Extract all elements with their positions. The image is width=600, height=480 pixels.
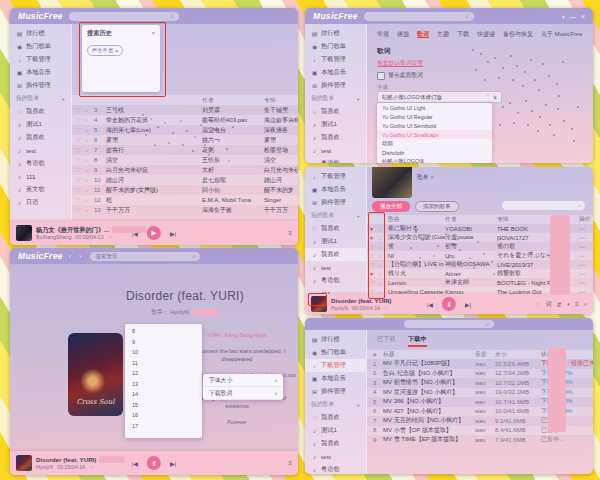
font-size-option[interactable]: 12 [125,368,202,379]
play-button[interactable]: ▶ [147,226,161,240]
sidebar-playlist-item[interactable]: ♪ test [305,261,366,274]
font-option[interactable]: Dishcloth [377,148,492,157]
add-playlist-icon[interactable]: + [357,213,360,219]
previous-button[interactable]: |◀ [132,460,138,467]
font-size-option[interactable]: 9 [125,337,202,348]
search-input[interactable]: ⌕ [404,320,494,328]
download-icon[interactable]: ↓ [379,244,388,250]
sidebar-playlist-item[interactable]: ♪ 111 [10,170,71,183]
download-icon[interactable]: ↓ [85,107,94,113]
play-all-button[interactable]: 播放全部 [372,201,410,212]
font-option[interactable]: Yu Gothic UI Smallcaps [377,130,492,139]
font-size-option[interactable]: 14 [125,389,202,400]
download-row[interactable]: 9 MV 雪 TIME【EP 版本提取】 wav 7.9/41.6MB 已暂停… [367,435,593,445]
next-button[interactable]: ▶| [170,460,176,467]
download-tab[interactable]: 已下载 [377,335,396,347]
history-tag[interactable]: 声生不息 × [87,45,123,56]
player-action-icon[interactable]: ⌕ [584,301,587,308]
song-actions[interactable]: ⋯ [579,234,593,241]
song-row[interactable]: ♡ ↓ 4 带走她的万花筒 脆莓组织403.pax 海边叙事诗精选 [72,115,298,125]
song-row[interactable]: ♡ ↓ 10 踏山河 是七叔呢 踏山河 [72,175,298,185]
settings-tab[interactable]: 播放 [397,30,409,39]
player-action-icon[interactable]: ◖ [566,301,570,307]
playlist-cover[interactable] [372,167,412,198]
reset-lyric-link[interactable]: 恢复默认歌词设置 [377,59,423,68]
sidebar-playlist-item[interactable]: ♪ test [305,450,366,463]
like-icon[interactable] [370,280,379,286]
minimize-icon[interactable]: — [570,13,577,20]
like-icon[interactable]: ♡ [76,167,85,173]
download-icon[interactable]: ↓ [85,197,94,203]
settings-tab[interactable]: 歌词 [417,30,429,39]
song-row[interactable]: ♡ ↓ 12 框 E.M.A, Mobil Tuna Singer [72,195,298,205]
song-row[interactable]: ♡ ↓ 5 海的第七章(Live) 温室电台 深夜播客 [72,125,298,135]
close-icon[interactable]: × [151,29,155,38]
player-action-icon[interactable]: ♡ [535,301,540,308]
like-icon[interactable]: ♡ [76,177,85,183]
sidebar-menu-item[interactable]: ▣ 本地音乐 [305,66,366,79]
font-option[interactable]: Yu Gothic UI Semibold [377,121,492,130]
sidebar-playlist-item[interactable]: ♪ test [10,144,71,157]
sidebar-playlist-item[interactable]: ♪ 我喜欢 [305,248,366,261]
like-icon[interactable]: ♡ [76,127,85,133]
search-input[interactable]: ⌕ [69,12,179,21]
album-thumbnail[interactable] [311,296,327,312]
sidebar-menu-item[interactable]: ↓ 下载管理 [305,53,366,66]
sidebar-menu-item[interactable]: ⊞ 插件管理 [10,79,71,92]
pause-button[interactable]: ‖ [147,456,161,470]
sidebar-menu-item[interactable]: ▤ 排行榜 [10,27,71,40]
song-actions[interactable]: ⋯ [579,225,593,232]
player-action-icon[interactable]: ≡ [575,301,579,307]
font-option[interactable]: Yu Gothic UI Light [377,103,492,112]
sidebar-menu-item[interactable]: ▤ 排行榜 [305,27,366,40]
pause-button[interactable]: ‖ [442,297,456,311]
context-menu-item[interactable]: 字体大小 › [203,374,283,387]
sidebar-playlist-item[interactable]: ♪ 日语 [10,196,71,209]
sidebar-menu-item[interactable]: ↓ 下载管理 [10,53,71,66]
sidebar-menu-item[interactable]: ◉ 热门歌单 [305,346,366,359]
like-icon[interactable]: ♡ [76,147,85,153]
font-option[interactable]: 站酷小薇LOGO体 [377,157,492,163]
font-size-option[interactable]: 16 [125,410,202,421]
like-icon[interactable] [370,253,379,259]
sidebar-menu-item[interactable]: ⊞ 插件管理 [305,196,366,209]
download-icon[interactable]: ↓ [85,147,94,153]
remove-tag-icon[interactable]: × [115,48,118,54]
playlist-search-input[interactable]: ⌕ [502,201,585,210]
download-icon[interactable]: ↓ [379,235,388,241]
download-icon[interactable]: ↓ [85,187,94,193]
font-size-option[interactable]: 11 [125,358,202,369]
font-size-option[interactable]: 17 [125,421,202,432]
settings-tab[interactable]: 主题 [437,30,449,39]
previous-button[interactable]: |◀ [427,301,433,308]
player-action-icon[interactable]: ⇵ [556,301,561,308]
sidebar-playlist-item[interactable]: ♪ 我喜欢 [305,437,366,450]
like-icon[interactable]: ♡ [76,107,85,113]
sidebar-menu-item[interactable]: ◉ 热门歌单 [10,40,71,53]
close-icon[interactable]: × [581,13,585,20]
like-icon[interactable]: ♡ [76,137,85,143]
download-icon[interactable]: ↓ [85,157,94,163]
sidebar-menu-item[interactable]: ⊞ 插件管理 [305,79,366,92]
song-actions[interactable]: ⋯ [579,261,593,268]
sidebar-menu-item[interactable]: ◉ 热门歌单 [305,40,366,53]
download-icon[interactable]: ↓ [379,226,388,232]
like-icon[interactable]: ♡ [76,197,85,203]
song-row[interactable]: ♡ ↓ 7 盗将行 花粥 粉墨登场 [72,145,298,155]
heart-icon[interactable]: ♡ [107,234,112,241]
heart-icon[interactable]: ♡ [89,464,94,471]
download-icon[interactable]: ↓ [379,253,388,259]
font-option[interactable]: 幼圆 [377,139,492,148]
download-icon[interactable]: ↓ [85,137,94,143]
download-icon[interactable]: ↓ [379,271,388,277]
settings-tab[interactable]: 快捷键 [477,30,495,39]
font-size-option[interactable]: 15 [125,400,202,411]
search-input[interactable]: 搜索音乐 ⌕ [90,252,200,261]
settings-tab[interactable]: 下载 [457,30,469,39]
add-playlist-icon[interactable]: + [62,96,65,102]
sidebar-playlist-item[interactable]: ♪ 粤语歌 [305,157,366,163]
like-icon[interactable]: ♡ [76,157,85,163]
album-thumbnail[interactable] [16,455,32,471]
queue-icon[interactable]: ≡ [288,230,292,236]
add-to-playlist-button[interactable]: 添加到歌单 [415,201,459,212]
